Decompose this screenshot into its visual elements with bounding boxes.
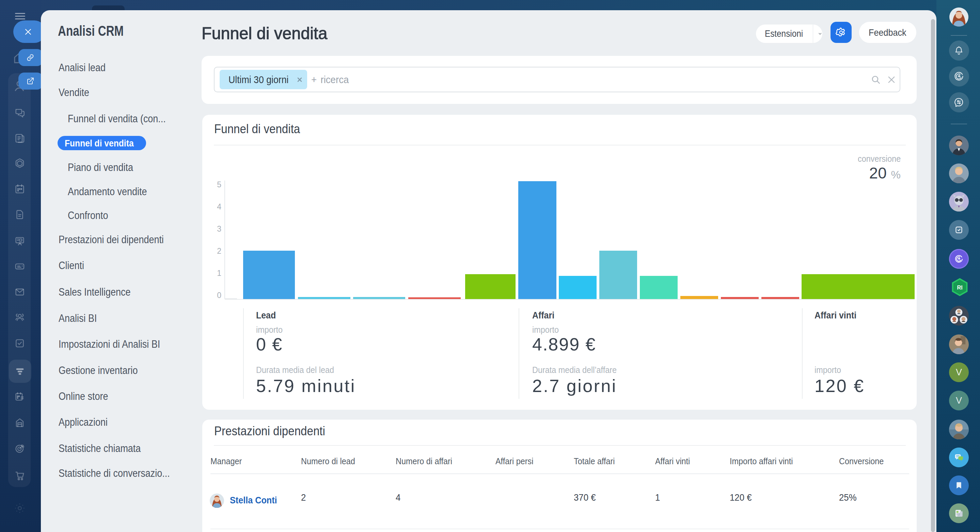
svg-text:RI: RI: [957, 284, 962, 290]
